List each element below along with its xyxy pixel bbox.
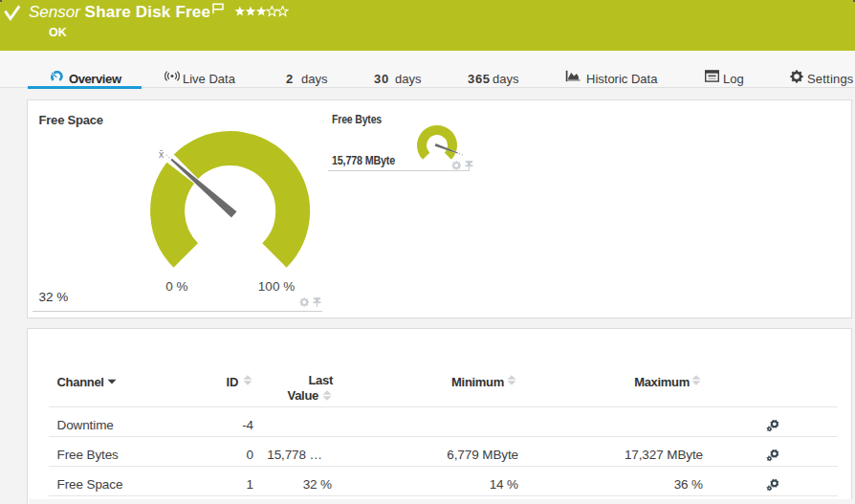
svg-text:x̄: x̄ <box>159 148 164 160</box>
